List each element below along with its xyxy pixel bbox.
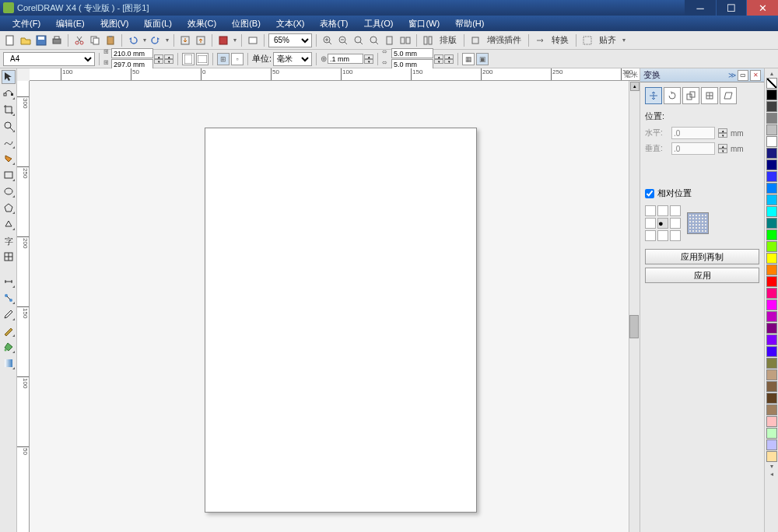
minimize-button[interactable]: ─: [685, 0, 716, 16]
palette-flyout[interactable]: ◂: [766, 471, 777, 478]
menu-item[interactable]: 位图(B): [226, 16, 267, 31]
shape-tool[interactable]: [2, 86, 16, 100]
crop-tool[interactable]: [2, 103, 16, 117]
basic-shapes-tool[interactable]: [2, 217, 16, 231]
menu-item[interactable]: 工具(O): [358, 16, 400, 31]
redo-icon[interactable]: [149, 33, 163, 47]
menu-item[interactable]: 编辑(E): [50, 16, 91, 31]
zoom-page-icon[interactable]: [383, 33, 397, 47]
rotate-tab[interactable]: [664, 87, 681, 104]
color-swatch[interactable]: [766, 288, 777, 299]
app-launcher-icon[interactable]: [216, 33, 230, 47]
color-swatch[interactable]: [766, 334, 777, 345]
zoom-select[interactable]: 65%: [268, 33, 312, 47]
new-icon[interactable]: [3, 33, 17, 47]
scroll-thumb[interactable]: [629, 315, 639, 338]
ellipse-tool[interactable]: [2, 184, 16, 198]
eyedropper-tool[interactable]: [2, 307, 16, 321]
h-input[interactable]: [671, 127, 715, 139]
relative-checkbox[interactable]: 相对位置: [645, 187, 759, 199]
convert-icon[interactable]: [533, 33, 547, 47]
color-swatch[interactable]: [766, 276, 777, 287]
menu-item[interactable]: 窗口(W): [402, 16, 446, 31]
nudge-input[interactable]: [328, 54, 363, 64]
layout-icon[interactable]: [421, 33, 435, 47]
docker-options[interactable]: ▭: [738, 70, 748, 81]
current-page-icon[interactable]: ▫: [231, 53, 244, 65]
zoom-out-icon[interactable]: [336, 33, 350, 47]
color-swatch[interactable]: [766, 113, 777, 124]
menu-item[interactable]: 表格(T): [314, 16, 354, 31]
drawing-canvas[interactable]: [30, 81, 629, 532]
color-swatch[interactable]: [766, 218, 777, 229]
snap-icon[interactable]: [580, 33, 594, 47]
color-swatch[interactable]: [766, 451, 777, 462]
paste-icon[interactable]: [103, 33, 117, 47]
color-swatch[interactable]: [766, 229, 777, 240]
print-icon[interactable]: [50, 33, 64, 47]
size-tab[interactable]: [701, 87, 718, 104]
page-width-input[interactable]: [111, 48, 153, 58]
skew-tab[interactable]: [720, 87, 737, 104]
pick-tool[interactable]: [2, 70, 16, 84]
treat-as-filled-icon[interactable]: ▦: [462, 53, 475, 65]
close-button[interactable]: ✕: [747, 0, 778, 16]
text-tool[interactable]: 字: [2, 233, 16, 247]
polygon-tool[interactable]: [2, 201, 16, 215]
color-swatch[interactable]: [766, 264, 777, 275]
color-swatch[interactable]: [766, 241, 777, 252]
color-swatch[interactable]: [766, 381, 777, 392]
layout-label[interactable]: 排版: [436, 34, 460, 46]
snap-label[interactable]: 贴齐: [596, 34, 619, 46]
color-swatch[interactable]: [766, 358, 777, 369]
color-swatch[interactable]: [766, 439, 777, 450]
color-swatch[interactable]: [766, 194, 777, 205]
zoom-all-icon[interactable]: [398, 33, 412, 47]
save-icon[interactable]: [34, 33, 48, 47]
position-tab[interactable]: [645, 87, 662, 104]
color-swatch[interactable]: [766, 323, 777, 334]
menu-item[interactable]: 效果(C): [181, 16, 223, 31]
maximize-button[interactable]: ☐: [716, 0, 747, 16]
color-swatch[interactable]: [766, 253, 777, 264]
scale-tab[interactable]: [682, 87, 699, 104]
dup-x-input[interactable]: [391, 48, 433, 58]
unit-select[interactable]: 毫米: [273, 52, 312, 66]
landscape-icon[interactable]: [196, 53, 209, 65]
portrait-icon[interactable]: [182, 53, 194, 65]
welcome-icon[interactable]: [246, 33, 260, 47]
color-swatch[interactable]: [766, 393, 777, 404]
copy-icon[interactable]: [88, 33, 102, 47]
color-swatch[interactable]: [766, 89, 777, 100]
color-swatch[interactable]: [766, 101, 777, 112]
color-swatch[interactable]: [766, 148, 777, 159]
docker-close[interactable]: ✕: [750, 70, 761, 81]
color-swatch[interactable]: [766, 299, 777, 310]
anchor-grid[interactable]: ●: [645, 205, 681, 241]
all-pages-icon[interactable]: ⊞: [217, 53, 230, 65]
color-swatch[interactable]: [766, 311, 777, 322]
scroll-up[interactable]: ▴: [630, 82, 640, 91]
docker-collapse[interactable]: ≫: [728, 71, 736, 79]
palette-down[interactable]: ▾: [766, 463, 777, 471]
interactive-tool[interactable]: [2, 291, 16, 305]
color-swatch[interactable]: [766, 206, 777, 217]
no-color-swatch[interactable]: [766, 78, 777, 89]
table-tool[interactable]: [2, 250, 16, 264]
color-swatch[interactable]: [766, 183, 777, 194]
menu-item[interactable]: 文件(F): [6, 16, 47, 31]
zoom-selection-icon[interactable]: [367, 33, 381, 47]
color-swatch[interactable]: [766, 428, 777, 439]
color-swatch[interactable]: [766, 159, 777, 170]
horizontal-ruler[interactable]: 毫米 10050050100150200250300: [30, 68, 640, 81]
color-swatch[interactable]: [766, 124, 777, 135]
zoom-fit-icon[interactable]: [352, 33, 366, 47]
fill-tool[interactable]: [2, 340, 16, 354]
paper-size-select[interactable]: A4: [3, 52, 95, 66]
zoom-in-icon[interactable]: [321, 33, 335, 47]
color-swatch[interactable]: [766, 136, 777, 147]
cut-icon[interactable]: [72, 33, 86, 47]
import-icon[interactable]: [178, 33, 192, 47]
rectangle-tool[interactable]: [2, 168, 16, 182]
undo-icon[interactable]: [126, 33, 140, 47]
